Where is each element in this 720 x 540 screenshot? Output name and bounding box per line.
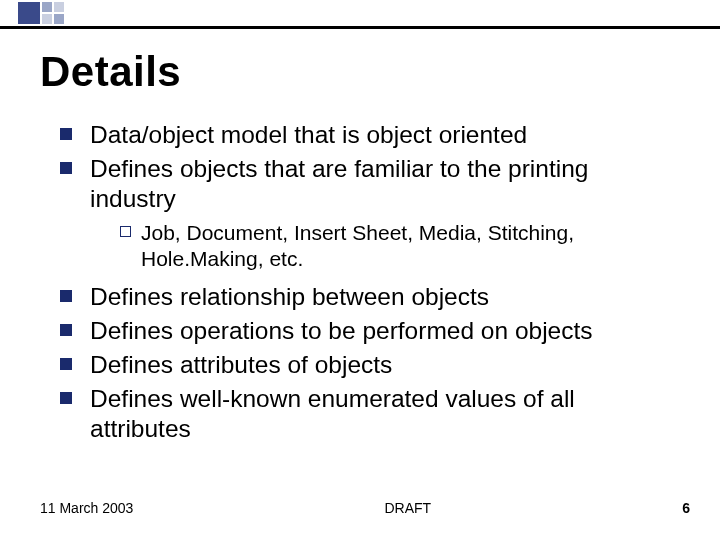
square-bullet-icon bbox=[60, 128, 72, 140]
bullet-text: Data/object model that is object oriente… bbox=[90, 120, 680, 150]
slide: Details Data/object model that is object… bbox=[0, 0, 720, 540]
bullet-text: Defines attributes of objects bbox=[90, 350, 680, 380]
square-bullet-icon bbox=[60, 324, 72, 336]
footer-page-number: 6 bbox=[682, 500, 690, 516]
bullet-item: Defines objects that are familiar to the… bbox=[60, 154, 680, 214]
bullet-item: Defines operations to be performed on ob… bbox=[60, 316, 680, 346]
footer-center: DRAFT bbox=[133, 500, 682, 516]
bullet-item: Defines relationship between objects bbox=[60, 282, 680, 312]
bullet-item: Defines attributes of objects bbox=[60, 350, 680, 380]
square-bullet-icon bbox=[60, 162, 72, 174]
sub-bullet-group: Job, Document, Insert Sheet, Media, Stit… bbox=[120, 220, 680, 273]
sub-bullet-item: Job, Document, Insert Sheet, Media, Stit… bbox=[120, 220, 680, 273]
sub-bullet-text: Job, Document, Insert Sheet, Media, Stit… bbox=[141, 220, 680, 273]
bullet-text: Defines relationship between objects bbox=[90, 282, 680, 312]
square-bullet-icon bbox=[60, 392, 72, 404]
slide-title: Details bbox=[40, 48, 181, 96]
bullet-text: Defines objects that are familiar to the… bbox=[90, 154, 680, 214]
square-bullet-icon bbox=[60, 290, 72, 302]
slide-footer: 11 March 2003 DRAFT 6 bbox=[40, 500, 690, 516]
bullet-item: Defines well-known enumerated values of … bbox=[60, 384, 680, 444]
square-bullet-icon bbox=[60, 358, 72, 370]
footer-date: 11 March 2003 bbox=[40, 500, 133, 516]
hollow-square-bullet-icon bbox=[120, 226, 131, 237]
slide-body: Data/object model that is object oriente… bbox=[60, 120, 680, 448]
bullet-text: Defines operations to be performed on ob… bbox=[90, 316, 680, 346]
bullet-item: Data/object model that is object oriente… bbox=[60, 120, 680, 150]
header-bar bbox=[0, 0, 720, 29]
bullet-text: Defines well-known enumerated values of … bbox=[90, 384, 680, 444]
